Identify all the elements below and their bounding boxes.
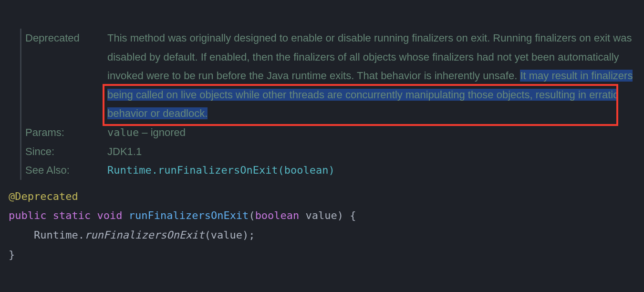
- params-label: Params:: [25, 123, 107, 142]
- kw-static: static: [53, 209, 91, 221]
- top-spacer: [0, 0, 644, 29]
- paren-open: (: [249, 209, 255, 221]
- close-brace-line: }: [9, 245, 644, 265]
- body-method: runFinalizersOnExit: [84, 229, 205, 241]
- body-call: (value);: [205, 229, 255, 241]
- close-brace: }: [9, 249, 15, 261]
- annotation-deprecated: @Deprecated: [9, 190, 78, 202]
- javadoc-panel: Deprecated This method was originally de…: [20, 29, 644, 180]
- deprecated-row: Deprecated This method was originally de…: [21, 29, 644, 123]
- since-label: Since:: [25, 142, 107, 161]
- body-dot: .: [78, 229, 84, 241]
- param-name: value: [107, 126, 139, 138]
- since-value: JDK1.1: [107, 142, 644, 161]
- kw-public: public: [9, 209, 46, 221]
- param-dash: –: [139, 126, 150, 138]
- params-content: value – ignored: [107, 123, 644, 142]
- seealso-link[interactable]: Runtime.runFinalizersOnExit(boolean): [107, 164, 335, 176]
- params-row: Params: value – ignored: [21, 123, 644, 142]
- kw-boolean: boolean: [255, 209, 300, 221]
- method-signature-line: public static void runFinalizersOnExit(b…: [9, 206, 644, 226]
- seealso-row: See Also: Runtime.runFinalizersOnExit(bo…: [21, 161, 644, 180]
- editor-root: Deprecated This method was originally de…: [0, 0, 644, 265]
- code-block[interactable]: @Deprecated public static void runFinali…: [0, 187, 644, 265]
- method-body-line: Runtime.runFinalizersOnExit(value);: [9, 226, 644, 245]
- kw-void: void: [97, 209, 122, 221]
- seealso-content: Runtime.runFinalizersOnExit(boolean): [107, 161, 644, 180]
- deprecated-label: Deprecated: [25, 29, 107, 48]
- body-class: Runtime: [34, 229, 78, 241]
- deprecated-description[interactable]: This method was originally designed to e…: [107, 29, 644, 123]
- seealso-label: See Also:: [25, 161, 107, 180]
- method-name: runFinalizersOnExit: [129, 209, 249, 221]
- since-row: Since: JDK1.1: [21, 142, 644, 161]
- param-desc: ignored: [151, 126, 186, 138]
- param-value: value: [306, 209, 337, 221]
- annotation-line: @Deprecated: [9, 187, 644, 207]
- paren-close-brace: ) {: [337, 209, 356, 221]
